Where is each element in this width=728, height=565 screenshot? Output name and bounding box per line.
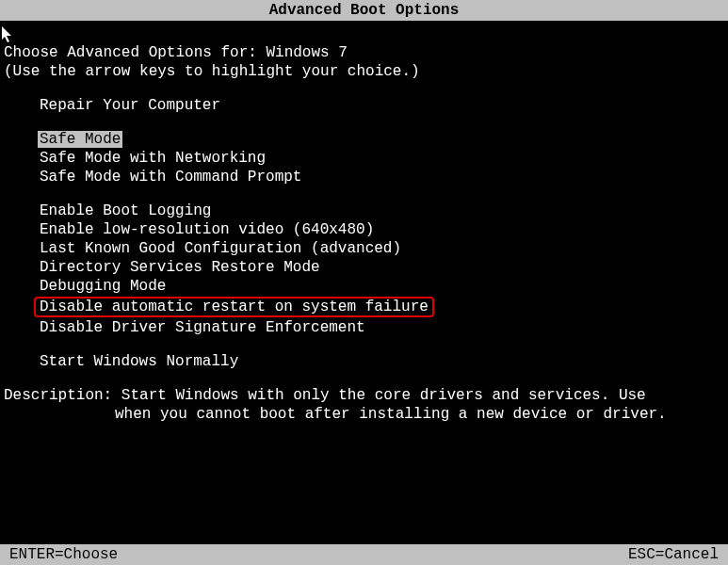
menu-safe-mode[interactable]: Safe Mode xyxy=(38,131,122,148)
menu-start-normal[interactable]: Start Windows Normally xyxy=(38,353,240,370)
menu-boot-logging[interactable]: Enable Boot Logging xyxy=(38,202,213,219)
heading: Choose Advanced Options for: Windows 7 xyxy=(4,43,724,62)
menu-disable-sig[interactable]: Disable Driver Signature Enforcement xyxy=(38,319,367,336)
menu-last-known[interactable]: Last Known Good Configuration (advanced) xyxy=(38,240,403,257)
page-title: Advanced Boot Options xyxy=(269,2,460,19)
menu-repair[interactable]: Repair Your Computer xyxy=(38,97,222,114)
menu-safe-mode-cmd[interactable]: Safe Mode with Command Prompt xyxy=(38,169,303,186)
menu-debugging[interactable]: Debugging Mode xyxy=(38,278,168,295)
description-row: Description: Start Windows with only the… xyxy=(4,386,724,405)
instruction: (Use the arrow keys to highlight your ch… xyxy=(4,62,724,81)
menu-ds-restore[interactable]: Directory Services Restore Mode xyxy=(38,259,322,276)
description-line2: when you cannot boot after installing a … xyxy=(4,405,724,424)
footer-enter: ENTER=Choose xyxy=(9,546,118,563)
menu-safe-mode-net[interactable]: Safe Mode with Networking xyxy=(38,150,267,167)
boot-menu-content: Choose Advanced Options for: Windows 7 (… xyxy=(0,21,728,431)
description-line1: Start Windows with only the core drivers… xyxy=(121,387,646,404)
description-label: Description: xyxy=(4,387,112,404)
footer-esc: ESC=Cancel xyxy=(628,546,719,563)
menu-low-res[interactable]: Enable low-resolution video (640x480) xyxy=(38,221,376,238)
menu-disable-restart[interactable]: Disable automatic restart on system fail… xyxy=(34,297,434,317)
title-bar: Advanced Boot Options xyxy=(0,0,728,21)
footer-bar: ENTER=Choose ESC=Cancel xyxy=(0,544,728,565)
